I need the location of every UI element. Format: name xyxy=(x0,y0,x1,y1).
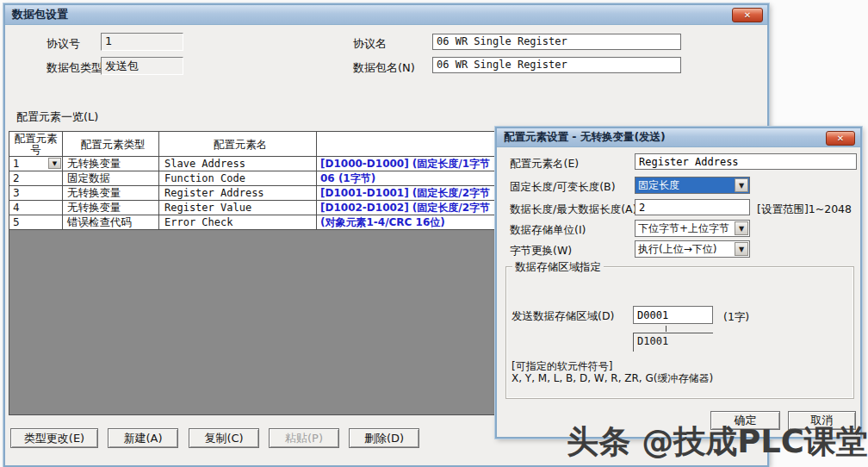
packet-dialog-title: 数据包设置 xyxy=(12,7,68,22)
row5-no-cell[interactable]: 5 xyxy=(9,215,63,230)
device-note-line2: X, Y, M, L, B, D, W, R, ZR, G(缓冲存储器) xyxy=(512,371,713,386)
close-icon[interactable]: ✕ xyxy=(826,131,855,146)
packet-name-label: 数据包名(N) xyxy=(353,60,415,76)
element-dialog-titlebar[interactable]: 配置元素设置 - 无转换变量(发送) xyxy=(497,128,860,147)
row4-no-cell[interactable]: 4 xyxy=(9,201,63,215)
element-list-label: 配置元素一览(L) xyxy=(16,109,98,125)
watermark-text: 头条 @技成PLC课堂 xyxy=(431,421,868,463)
data-length-label: 数据长度/最大数据长度(A) xyxy=(510,202,637,217)
col-header-element-no: 配置元素号 xyxy=(9,132,63,157)
data-length-input[interactable] xyxy=(635,199,750,215)
element-setting-dialog: 配置元素设置 - 无转换变量(发送) ✕ 配置元素名(E) 固定长度/可变长度(… xyxy=(495,127,862,439)
send-area-input[interactable] xyxy=(633,306,713,324)
row2-no-cell[interactable]: 2 xyxy=(9,171,63,186)
packet-name-value: 06 WR Single Register xyxy=(432,57,681,73)
device-display-box: D1001 xyxy=(633,333,713,352)
byte-swap-label: 字节更换(W) xyxy=(510,244,572,258)
chevron-down-icon[interactable]: ▼ xyxy=(48,158,61,169)
chevron-down-icon[interactable]: ▼ xyxy=(735,221,748,235)
chevron-down-icon[interactable]: ▼ xyxy=(735,178,748,192)
device-connector-tick xyxy=(666,326,666,332)
row4-name[interactable]: Register Value xyxy=(159,201,317,215)
element-name-label: 配置元素名(E) xyxy=(510,157,579,171)
row4-type[interactable]: 无转换变量 xyxy=(63,201,159,215)
row5-type[interactable]: 错误检查代码 xyxy=(63,215,159,230)
col-header-element-type: 配置元素类型 xyxy=(63,132,159,157)
packet-type-value: 发送包 xyxy=(101,57,183,75)
new-button[interactable]: 新建(A) xyxy=(108,428,178,448)
row5-name[interactable]: Error Check xyxy=(159,215,317,230)
length-type-label: 固定长度/可变长度(B) xyxy=(510,180,616,195)
row3-name[interactable]: Register Address xyxy=(159,186,317,201)
row1-name[interactable]: Slave Address xyxy=(159,157,317,171)
packet-dialog-titlebar[interactable]: 数据包设置 xyxy=(5,5,767,25)
row1-no-cell[interactable]: 1 ▼ xyxy=(9,157,63,171)
chevron-down-icon[interactable]: ▼ xyxy=(735,242,748,256)
protocol-name-label: 协议名 xyxy=(353,36,387,52)
element-dialog-title: 配置元素设置 - 无转换变量(发送) xyxy=(504,130,666,145)
col-header-element-name: 配置元素名 xyxy=(159,132,317,157)
delete-button[interactable]: 删除(D) xyxy=(349,428,419,448)
row3-no-cell[interactable]: 3 xyxy=(9,186,63,201)
storage-unit-label: 数据存储单位(I) xyxy=(510,223,586,238)
protocol-name-value: 06 WR Single Register xyxy=(432,34,681,50)
byte-swap-dropdown[interactable]: 执行(上位→下位) ▼ xyxy=(635,240,750,258)
change-type-button[interactable]: 类型更改(E) xyxy=(10,428,98,448)
storage-area-group-title: 数据存储区域指定 xyxy=(512,260,604,275)
close-icon[interactable]: ✕ xyxy=(732,8,763,22)
send-area-label: 发送数据存储区域(D) xyxy=(512,309,614,324)
row2-name[interactable]: Function Code xyxy=(159,171,317,186)
protocol-no-value: 1 xyxy=(101,33,183,51)
paste-button: 粘贴(P) xyxy=(269,428,339,448)
row3-type[interactable]: 无转换变量 xyxy=(63,186,159,201)
row1-type[interactable]: 无转换变量 xyxy=(63,157,159,171)
element-name-input[interactable] xyxy=(635,153,857,170)
protocol-no-label: 协议号 xyxy=(46,36,80,52)
storage-unit-dropdown[interactable]: 下位字节+上位字节 ▼ xyxy=(635,220,750,237)
row2-type[interactable]: 固定数据 xyxy=(63,171,159,186)
length-type-dropdown[interactable]: 固定长度 ▼ xyxy=(635,177,750,194)
data-length-range-note: [设置范围]1~2048 xyxy=(757,202,852,217)
copy-button[interactable]: 复制(C) xyxy=(189,428,259,448)
send-area-unit-note: (1字) xyxy=(723,310,749,325)
packet-type-label: 数据包类型 xyxy=(46,60,102,76)
